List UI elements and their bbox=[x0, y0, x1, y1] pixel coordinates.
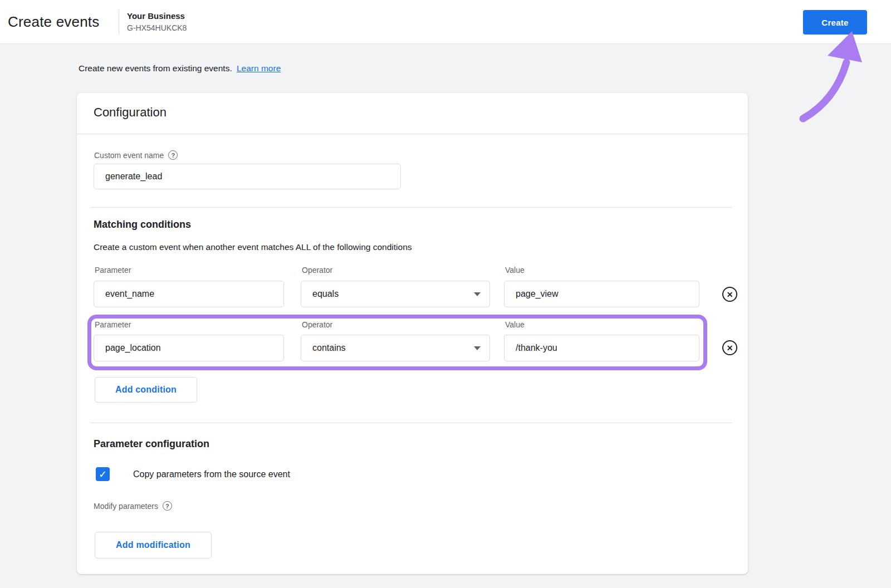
value-label-2: Value bbox=[505, 320, 525, 329]
help-icon[interactable]: ? bbox=[168, 150, 178, 160]
chevron-down-icon bbox=[474, 292, 481, 296]
condition-2-operator-value: contains bbox=[312, 343, 346, 353]
condition-1-parameter-input[interactable] bbox=[94, 281, 284, 307]
learn-more-link[interactable]: Learn more bbox=[237, 63, 281, 73]
condition-2-parameter-input[interactable] bbox=[94, 335, 284, 361]
condition-2-remove-button[interactable]: ✕ bbox=[722, 340, 737, 355]
operator-label-2: Operator bbox=[302, 320, 332, 329]
section-divider bbox=[90, 207, 732, 208]
card-title: Configuration bbox=[94, 105, 167, 120]
condition-1-operator-value: equals bbox=[312, 289, 339, 299]
intro-text: Create new events from existing events. … bbox=[79, 63, 281, 74]
condition-1-value-input[interactable] bbox=[504, 281, 699, 307]
property-name: Your Business bbox=[127, 11, 187, 21]
copy-parameters-checkbox[interactable]: ✓ bbox=[96, 467, 110, 481]
operator-label-2-text: Operator bbox=[302, 320, 332, 329]
custom-event-name-label-text: Custom event name bbox=[94, 151, 164, 160]
parameter-label: Parameter bbox=[95, 266, 131, 275]
value-label-text: Value bbox=[505, 266, 525, 275]
operator-label: Operator bbox=[302, 266, 332, 275]
configuration-card: Configuration Custom event name ? Matchi… bbox=[77, 93, 748, 574]
condition-2-value-input[interactable] bbox=[504, 335, 699, 361]
operator-label-text: Operator bbox=[302, 266, 332, 275]
header-divider bbox=[119, 9, 119, 35]
condition-1-remove-button[interactable]: ✕ bbox=[722, 287, 737, 302]
section-divider-2 bbox=[90, 423, 732, 423]
create-button[interactable]: Create bbox=[803, 10, 867, 35]
add-modification-button[interactable]: Add modification bbox=[95, 532, 212, 558]
parameter-configuration-title: Parameter configuration bbox=[94, 438, 209, 450]
intro-description: Create new events from existing events. bbox=[79, 63, 232, 73]
page: Create events Your Business G-HX54HUKCK8… bbox=[0, 0, 891, 588]
condition-1-operator-select[interactable]: equals bbox=[301, 281, 490, 307]
header: Create events Your Business G-HX54HUKCK8… bbox=[0, 0, 891, 44]
help-icon[interactable]: ? bbox=[163, 501, 172, 511]
custom-event-name-label: Custom event name ? bbox=[94, 150, 178, 160]
parameter-label-2-text: Parameter bbox=[95, 320, 131, 329]
value-label: Value bbox=[505, 266, 525, 275]
condition-2-operator-select[interactable]: contains bbox=[301, 335, 490, 361]
property-id: G-HX54HUKCK8 bbox=[127, 23, 187, 32]
value-label-2-text: Value bbox=[505, 320, 525, 329]
add-condition-button[interactable]: Add condition bbox=[95, 377, 197, 403]
matching-conditions-title: Matching conditions bbox=[94, 219, 191, 231]
page-title: Create events bbox=[8, 13, 99, 31]
modify-parameters-label-text: Modify parameters bbox=[94, 502, 158, 511]
card-header-divider bbox=[77, 134, 748, 134]
copy-parameters-label: Copy parameters from the source event bbox=[133, 469, 290, 479]
custom-event-name-input[interactable] bbox=[94, 164, 401, 189]
copy-parameters-row: ✓ Copy parameters from the source event bbox=[96, 467, 290, 481]
modify-parameters-label: Modify parameters ? bbox=[94, 501, 172, 511]
chevron-down-icon bbox=[474, 346, 481, 350]
parameter-label-2: Parameter bbox=[95, 320, 131, 329]
parameter-label-text: Parameter bbox=[95, 266, 131, 275]
property-info: Your Business G-HX54HUKCK8 bbox=[127, 11, 187, 32]
matching-conditions-description: Create a custom event when another event… bbox=[94, 242, 412, 252]
